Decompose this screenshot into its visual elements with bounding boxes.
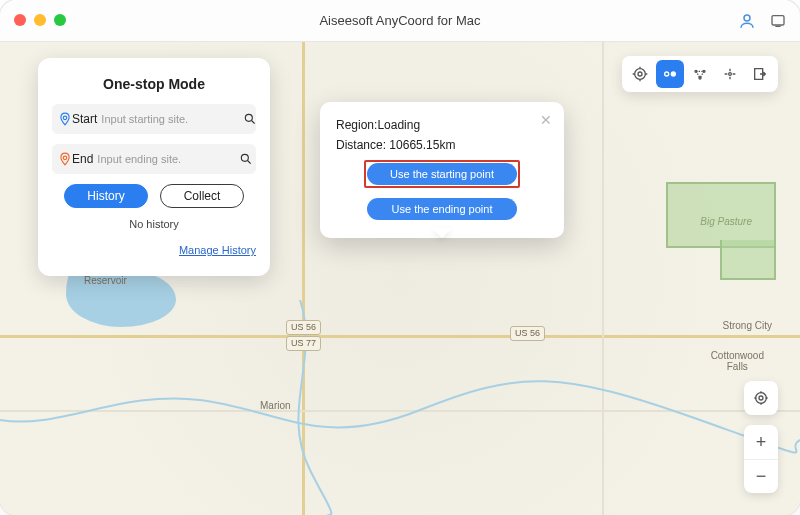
end-label: End (72, 152, 93, 166)
mode-toolbar (622, 56, 778, 92)
maximize-button[interactable] (54, 14, 66, 26)
titlebar: Aiseesoft AnyCoord for Mac (0, 0, 800, 42)
map-label-strong-city: Strong City (723, 320, 772, 331)
minimize-button[interactable] (34, 14, 46, 26)
history-button[interactable]: History (64, 184, 148, 208)
region-label: Region: (336, 118, 377, 132)
svg-point-13 (729, 73, 732, 76)
highlight-box: Use the starting point (364, 160, 520, 188)
svg-rect-1 (772, 16, 784, 25)
app-title: Aiseesoft AnyCoord for Mac (319, 13, 480, 28)
svg-point-3 (246, 114, 253, 121)
use-ending-point-button[interactable]: Use the ending point (367, 198, 517, 220)
map-label-marion: Marion (260, 400, 291, 411)
panel-heading: One-stop Mode (52, 76, 256, 92)
map-controls: + − (744, 381, 778, 493)
svg-point-7 (635, 69, 646, 80)
region-popover: ✕ Region:Loading Distance: 10665.15km Us… (320, 102, 564, 238)
collect-button[interactable]: Collect (160, 184, 244, 208)
mode-joystick-icon[interactable] (716, 60, 744, 88)
road-shield-us77: US 77 (286, 336, 321, 351)
no-history-text: No history (52, 218, 256, 230)
svg-point-5 (242, 154, 249, 161)
svg-point-8 (665, 72, 669, 76)
svg-point-12 (699, 77, 701, 79)
zoom-out-button[interactable]: − (744, 459, 778, 493)
svg-point-6 (638, 72, 642, 76)
distance-label: Distance: (336, 138, 389, 152)
mode-export-icon[interactable] (746, 60, 774, 88)
svg-point-4 (63, 156, 67, 160)
start-label: Start (72, 112, 97, 126)
end-input[interactable] (93, 153, 239, 165)
end-field: End (52, 144, 256, 174)
one-stop-panel: One-stop Mode Start End History Collect (38, 58, 270, 276)
mode-one-stop-icon[interactable] (656, 60, 684, 88)
manage-history-link[interactable]: Manage History (52, 244, 256, 256)
region-line: Region:Loading (336, 118, 548, 132)
road-shield-us56-2: US 56 (510, 326, 545, 341)
zoom-in-button[interactable]: + (744, 425, 778, 459)
distance-value: 10665.15km (389, 138, 455, 152)
svg-point-14 (759, 396, 763, 400)
mode-locate-icon[interactable] (626, 60, 654, 88)
svg-point-9 (671, 72, 675, 76)
account-icon[interactable] (738, 12, 756, 30)
start-pin-icon (58, 112, 72, 126)
svg-point-0 (744, 15, 750, 21)
region-value: Loading (377, 118, 420, 132)
end-pin-icon (58, 152, 72, 166)
start-input[interactable] (97, 113, 243, 125)
distance-line: Distance: 10665.15km (336, 138, 548, 152)
recenter-button[interactable] (744, 381, 778, 415)
use-starting-point-button[interactable]: Use the starting point (367, 163, 517, 185)
window-controls (14, 14, 66, 26)
close-button[interactable] (14, 14, 26, 26)
map-label-big-pasture: Big Pasture (700, 216, 752, 227)
app-window: US 56 US 77 US 56 Marion Marion Reservoi… (0, 0, 800, 515)
start-search-icon[interactable] (243, 112, 257, 126)
svg-point-2 (63, 116, 67, 120)
map-label-cottonwood: Cottonwood Falls (711, 350, 764, 372)
feedback-icon[interactable] (770, 13, 786, 29)
mode-multi-stop-icon[interactable] (686, 60, 714, 88)
popover-close-icon[interactable]: ✕ (540, 112, 552, 128)
end-search-icon[interactable] (239, 152, 253, 166)
svg-point-15 (756, 393, 767, 404)
start-field: Start (52, 104, 256, 134)
zoom-control: + − (744, 425, 778, 493)
road-shield-us56: US 56 (286, 320, 321, 335)
